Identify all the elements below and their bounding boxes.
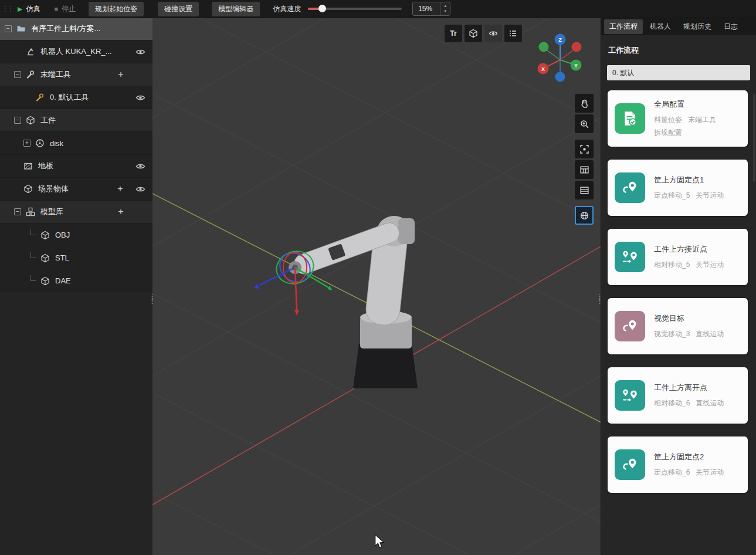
robot-icon bbox=[26, 47, 35, 56]
visibility-button[interactable] bbox=[484, 25, 502, 42]
tree-item-floor[interactable]: 地板 bbox=[0, 155, 152, 178]
nav-z-label: Z bbox=[558, 37, 562, 43]
simulation-speed-slider[interactable] bbox=[308, 8, 402, 10]
perspective-view-button[interactable] bbox=[575, 206, 594, 225]
workflow-selector[interactable]: 0. 默认 bbox=[607, 65, 750, 80]
grid-display-button[interactable] bbox=[575, 160, 594, 179]
step-tags: 相对移动_5 关节运动 bbox=[654, 260, 724, 270]
add-scene-object-button[interactable]: + bbox=[116, 184, 125, 194]
tree-item-end-tools[interactable]: − 末端工具 + bbox=[0, 63, 152, 86]
tree-item-disk[interactable]: + disk bbox=[0, 132, 152, 155]
tree-item-label: 场景物体 bbox=[38, 184, 69, 194]
collapse-icon[interactable]: − bbox=[14, 117, 21, 124]
add-tool-button[interactable]: + bbox=[116, 70, 126, 79]
tree-item-dae[interactable]: DAE bbox=[0, 269, 152, 292]
workflow-card-fixed-point-2[interactable]: 筐上方固定点2 定点移动_6 关节运动 bbox=[608, 436, 748, 493]
list-display-button[interactable] bbox=[575, 181, 594, 199]
fit-view-button[interactable] bbox=[575, 140, 594, 158]
text-labels-button[interactable]: Tr bbox=[445, 25, 462, 42]
tree-item-scene-objects[interactable]: 场景物体 + bbox=[0, 178, 152, 201]
pin-route-icon bbox=[621, 179, 639, 197]
step-title: 筐上方固定点2 bbox=[654, 452, 724, 462]
collapse-icon[interactable]: − bbox=[14, 208, 21, 215]
plan-start-pose-button[interactable]: 规划起始位姿 bbox=[89, 2, 144, 16]
tree-item-project[interactable]: − 有序工件上料/方案... bbox=[0, 18, 152, 40]
pan-tool-button[interactable] bbox=[575, 94, 594, 113]
text-tool-glyph: Tr bbox=[450, 29, 456, 38]
tree-item-workpieces[interactable]: − 工件 bbox=[0, 109, 152, 132]
step-title: 工件上方离开点 bbox=[654, 383, 724, 393]
tab-planning-history[interactable]: 规划历史 bbox=[678, 19, 717, 34]
view-orientation-gizmo[interactable]: Z X Y bbox=[538, 34, 582, 82]
robot-model[interactable] bbox=[289, 216, 418, 388]
gizmo-z-arrow[interactable] bbox=[295, 268, 297, 310]
workflow-card-depart-point[interactable]: 工件上方离开点 相对移动_6 直线运动 bbox=[608, 367, 748, 424]
collapse-icon[interactable]: − bbox=[14, 71, 21, 78]
tree-item-default-tool[interactable]: 0. 默认工具 bbox=[0, 86, 152, 109]
toolbar-drag-grip[interactable]: ⋮⋮ bbox=[2, 5, 12, 13]
pin-pair-icon bbox=[621, 387, 639, 404]
step-tags: 相对移动_6 直线运动 bbox=[654, 398, 724, 408]
box-icon bbox=[40, 231, 50, 240]
tree-item-robot[interactable]: 机器人 KUKA_KR_... bbox=[0, 40, 152, 63]
workflow-panel: 工作流程 机器人 规划历史 日志 工作流程 0. 默认 全局配置 料筐位姿 末端… bbox=[601, 18, 756, 555]
zoom-in-icon bbox=[579, 119, 589, 129]
simulate-button[interactable]: ▶ 仿真 bbox=[18, 4, 40, 14]
scene-canvas[interactable]: Z X Y bbox=[152, 18, 601, 555]
mesh-cube-icon bbox=[469, 29, 478, 38]
left-splitter-handle[interactable]: ⋮⋮ bbox=[148, 295, 156, 303]
speed-value[interactable]: 15% bbox=[413, 2, 440, 15]
cube-icon bbox=[23, 184, 33, 194]
tree-item-label: OBJ bbox=[55, 231, 70, 239]
mesh-display-button[interactable] bbox=[465, 25, 482, 42]
right-splitter-handle[interactable]: ⋮⋮ bbox=[596, 295, 604, 303]
stop-label: 停止 bbox=[62, 4, 76, 14]
visibility-eye-icon[interactable] bbox=[135, 47, 145, 57]
spinner-up-arrow[interactable]: ▲ bbox=[440, 4, 450, 9]
model-editor-button[interactable]: 模型编辑器 bbox=[212, 2, 260, 16]
top-toolbar: ⋮⋮ ▶ 仿真 ■ 停止 规划起始位姿 碰撞设置 模型编辑器 仿真速度 15% … bbox=[0, 0, 756, 18]
panel-scrollbar-thumb[interactable] bbox=[753, 94, 755, 182]
step-tags: 视觉移动_3 直线运动 bbox=[654, 329, 724, 339]
tab-workflow[interactable]: 工作流程 bbox=[604, 19, 643, 34]
workflow-step-list: 全局配置 料筐位姿 末端工具 拆垛配置 筐上方固定点1 定点移动_5 关节运动 bbox=[608, 90, 748, 493]
tree-item-label: 地板 bbox=[38, 161, 53, 171]
tab-robot[interactable]: 机器人 bbox=[645, 19, 676, 34]
step-icon-tile bbox=[615, 311, 645, 341]
tab-log[interactable]: 日志 bbox=[718, 19, 743, 34]
collapse-icon[interactable]: − bbox=[5, 25, 12, 32]
step-tags: 料筐位姿 末端工具 拆垛配置 bbox=[654, 115, 741, 138]
tree-item-stl[interactable]: STL bbox=[0, 246, 152, 269]
slider-thumb[interactable] bbox=[318, 5, 326, 12]
tree-item-obj[interactable]: OBJ bbox=[0, 224, 152, 246]
stop-button[interactable]: ■ 停止 bbox=[54, 4, 76, 14]
workflow-card-vision-target[interactable]: 视觉目标 视觉移动_3 直线运动 bbox=[608, 298, 748, 354]
simulation-speed-spinner[interactable]: 15% ▲ ▼ bbox=[412, 2, 450, 16]
collision-settings-button[interactable]: 碰撞设置 bbox=[158, 2, 199, 16]
expand-icon[interactable]: + bbox=[23, 140, 30, 147]
display-list-button[interactable] bbox=[504, 25, 522, 42]
visibility-eye-icon[interactable] bbox=[135, 184, 145, 194]
step-tag: 相对移动_5 bbox=[654, 260, 690, 270]
step-tag: 直线运动 bbox=[696, 329, 724, 339]
tree-item-model-library[interactable]: − 模型库 + bbox=[0, 201, 152, 224]
step-tag: 料筐位姿 bbox=[654, 115, 682, 125]
nav-axis-neg-y-ball[interactable] bbox=[539, 42, 549, 52]
play-icon: ▶ bbox=[18, 6, 22, 12]
step-tag: 相对移动_6 bbox=[654, 398, 690, 408]
visibility-eye-icon[interactable] bbox=[135, 93, 145, 103]
add-model-button[interactable]: + bbox=[116, 207, 126, 216]
spinner-down-arrow[interactable]: ▼ bbox=[440, 9, 450, 14]
nav-axis-neg-x-ball[interactable] bbox=[572, 42, 582, 52]
step-tags: 定点移动_6 关节运动 bbox=[654, 468, 724, 478]
workflow-card-approach-point[interactable]: 工件上方接近点 相对移动_5 关节运动 bbox=[608, 229, 748, 285]
zoom-tool-button[interactable] bbox=[575, 114, 594, 133]
workflow-card-global-config[interactable]: 全局配置 料筐位姿 末端工具 拆垛配置 bbox=[608, 90, 748, 147]
tree-item-label: 有序工件上料/方案... bbox=[31, 23, 100, 34]
workflow-card-fixed-point-1[interactable]: 筐上方固定点1 定点移动_5 关节运动 bbox=[608, 160, 748, 216]
viewport-3d[interactable]: Z X Y Tr bbox=[152, 18, 601, 555]
list-icon bbox=[508, 29, 518, 38]
nav-axis-neg-z-ball[interactable] bbox=[555, 72, 565, 82]
step-title: 工件上方接近点 bbox=[654, 244, 724, 255]
visibility-eye-icon[interactable] bbox=[135, 161, 145, 171]
